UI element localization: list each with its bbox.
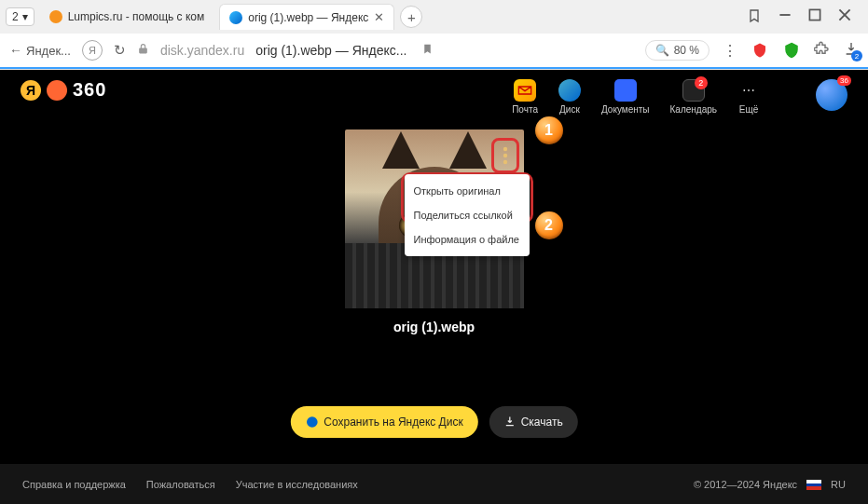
downloads-button[interactable]: 2 — [844, 41, 859, 60]
lock-icon[interactable] — [137, 43, 149, 58]
docs-icon — [614, 79, 637, 102]
arrow-left-icon: ← — [9, 43, 22, 58]
tab-group-count: 2 — [12, 10, 19, 23]
footer-copyright: © 2012—2024 Яндекс — [694, 479, 797, 490]
svg-point-6 — [503, 160, 506, 164]
footer-help-link[interactable]: Справка и поддержка — [22, 479, 126, 490]
service-disk[interactable]: Диск — [558, 79, 581, 115]
logo-y-icon: Я — [21, 80, 41, 101]
address-bar: ← Яндек... Я ↻ disk.yandex.ru orig (1).w… — [0, 34, 868, 69]
disk-small-icon — [305, 415, 318, 429]
avatar[interactable]: 36 — [816, 79, 847, 111]
tab-group[interactable]: 2 ▾ — [6, 7, 34, 26]
btn-label: Сохранить на Яндекс Диск — [324, 415, 462, 429]
disk-icon — [558, 79, 581, 102]
marker-num: 1 — [544, 122, 553, 139]
new-tab-button[interactable]: + — [400, 6, 422, 28]
annotation-marker-2: 2 — [535, 211, 563, 239]
chevron-down-icon: ▾ — [22, 10, 28, 23]
ctx-file-info[interactable]: Информация о файле — [405, 227, 530, 252]
svc-label: Документы — [601, 104, 650, 115]
tab-title: Lumpics.ru - помощь с ком — [68, 10, 205, 23]
download-icon — [504, 415, 516, 429]
tab-yandex-disk[interactable]: orig (1).webp — Яндекс ✕ — [219, 4, 394, 30]
svg-rect-1 — [809, 9, 820, 20]
file-name: orig (1).webp — [393, 320, 475, 334]
preview-area: 1 Открыть оригинал Поделиться ссылкой Ин… — [345, 129, 524, 334]
mail-icon — [514, 79, 536, 102]
ctx-open-original[interactable]: Открыть оригинал — [405, 179, 530, 203]
bookmark-icon[interactable] — [421, 43, 434, 58]
extensions-puzzle-icon[interactable] — [814, 40, 831, 61]
services-nav: Почта Диск Документы 2 Календарь ⋯ Ещё — [512, 79, 760, 115]
download-button[interactable]: Скачать — [489, 406, 578, 438]
svc-label: Диск — [559, 104, 580, 115]
back-button[interactable]: ← Яндек... — [9, 43, 71, 58]
footer-lang[interactable]: RU — [831, 479, 846, 490]
tab-lumpics[interactable]: Lumpics.ru - помощь с ком — [40, 4, 214, 30]
service-mail[interactable]: Почта — [512, 79, 538, 115]
svc-label: Ещё — [739, 104, 758, 115]
avatar-badge: 36 — [837, 75, 851, 86]
service-docs[interactable]: Документы — [601, 79, 650, 115]
service-calendar[interactable]: 2 Календарь — [670, 79, 717, 115]
logo-text: 360 — [73, 79, 106, 101]
reload-button[interactable]: ↻ — [114, 42, 126, 59]
downloads-badge: 2 — [851, 50, 862, 61]
footer-research-link[interactable]: Участие в исследованиях — [236, 479, 358, 490]
svg-point-5 — [503, 154, 506, 157]
url-title[interactable]: orig (1).webp — Яндекс... — [255, 43, 406, 58]
more-vert-icon[interactable]: ⋮ — [723, 42, 737, 60]
zoom-indicator[interactable]: 🔍 80 % — [645, 40, 710, 61]
image-more-button[interactable] — [496, 143, 515, 169]
btn-label: Скачать — [521, 415, 563, 429]
context-menu: Открыть оригинал Поделиться ссылкой Инфо… — [405, 174, 530, 256]
browser-chrome: 2 ▾ Lumpics.ru - помощь с ком orig (1).w… — [0, 0, 868, 70]
calendar-badge: 2 — [695, 76, 708, 89]
back-label: Яндек... — [26, 44, 71, 58]
service-more[interactable]: ⋯ Ещё — [737, 79, 760, 115]
favicon-lumpics-icon — [49, 10, 62, 23]
footer: Справка и поддержка Пожаловаться Участие… — [0, 464, 868, 504]
close-icon[interactable]: ✕ — [374, 10, 384, 24]
favicon-disk-icon — [229, 11, 242, 24]
more-horiz-icon: ⋯ — [737, 79, 760, 102]
svg-point-4 — [503, 147, 506, 151]
logo-o-icon — [47, 80, 67, 101]
close-window-button[interactable] — [838, 8, 851, 25]
image-preview[interactable]: 1 Открыть оригинал Поделиться ссылкой Ин… — [345, 129, 524, 308]
save-to-disk-button[interactable]: Сохранить на Яндекс Диск — [290, 406, 477, 438]
header: Я 360 Почта Диск Документы 2 — [0, 70, 868, 122]
yandex-360-logo[interactable]: Я 360 — [21, 79, 106, 101]
minimize-button[interactable] — [778, 8, 792, 25]
site-info-icon[interactable]: Я — [82, 40, 103, 61]
maximize-button[interactable] — [808, 8, 821, 25]
ctx-share-link[interactable]: Поделиться ссылкой — [405, 203, 530, 227]
extension-shield2-icon[interactable] — [782, 41, 801, 60]
footer-report-link[interactable]: Пожаловаться — [146, 479, 215, 490]
url-domain[interactable]: disk.yandex.ru — [160, 43, 244, 58]
marker-num: 2 — [544, 217, 553, 234]
svc-label: Почта — [512, 104, 538, 115]
zoom-icon: 🔍 — [655, 44, 669, 57]
tabs-row: 2 ▾ Lumpics.ru - помощь с ком orig (1).w… — [0, 0, 868, 34]
svc-label: Календарь — [670, 104, 717, 115]
action-buttons: Сохранить на Яндекс Диск Скачать — [290, 406, 577, 438]
page-content: Я 360 Почта Диск Документы 2 — [0, 70, 868, 504]
zoom-value: 80 % — [674, 44, 699, 57]
bookmark-outline-icon[interactable] — [747, 8, 762, 26]
extension-shield-icon[interactable] — [751, 41, 769, 60]
calendar-icon: 2 — [682, 79, 705, 102]
svg-point-7 — [306, 416, 317, 428]
annotation-marker-1: 1 — [535, 116, 563, 144]
flag-ru-icon — [806, 480, 821, 490]
tab-title: orig (1).webp — Яндекс — [248, 11, 368, 24]
